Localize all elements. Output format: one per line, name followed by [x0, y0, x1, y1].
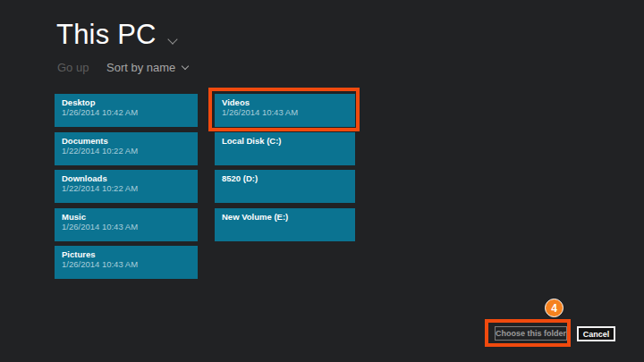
- sort-by-dropdown[interactable]: Sort by name: [106, 61, 188, 74]
- step-number-badge: 4: [545, 299, 564, 317]
- tile-name: New Volume (E:): [222, 212, 355, 222]
- go-up-button[interactable]: Go up: [57, 61, 89, 74]
- tile-column-1: Desktop 1/26/2014 10:42 AM Documents 1/2…: [55, 94, 198, 279]
- tile-name: Downloads: [62, 173, 198, 183]
- tile-date: 1/26/2014 10:42 AM: [62, 107, 198, 117]
- tile-date: 1/26/2014 10:43 AM: [62, 259, 198, 269]
- tile-name: Desktop: [62, 97, 198, 107]
- tile-drive-d[interactable]: 8520 (D:): [215, 170, 355, 203]
- tile-desktop[interactable]: Desktop 1/26/2014 10:42 AM: [55, 94, 198, 127]
- file-picker-window: This PC Go up Sort by name Desktop 1/26/…: [0, 0, 644, 362]
- tile-local-disk-c[interactable]: Local Disk (C:): [215, 132, 355, 165]
- tile-new-volume-e[interactable]: New Volume (E:): [215, 208, 355, 241]
- highlight-box-choose-folder: [485, 319, 571, 347]
- tile-date: 1/26/2014 10:43 AM: [62, 222, 198, 232]
- tile-name: Music: [62, 212, 198, 222]
- tile-documents[interactable]: Documents 1/22/2014 10:22 AM: [55, 132, 198, 165]
- page-title: This PC: [56, 20, 157, 50]
- tile-name: Pictures: [62, 249, 198, 259]
- location-header[interactable]: This PC: [56, 20, 176, 50]
- tile-name: Local Disk (C:): [222, 136, 355, 146]
- chevron-down-icon: [169, 30, 176, 46]
- tile-pictures[interactable]: Pictures 1/26/2014 10:43 AM: [55, 246, 198, 279]
- highlight-box-videos: [208, 88, 360, 131]
- sort-by-label: Sort by name: [106, 61, 175, 74]
- tile-date: 1/22/2014 10:22 AM: [62, 183, 198, 193]
- tile-music[interactable]: Music 1/26/2014 10:43 AM: [55, 208, 198, 241]
- tile-downloads[interactable]: Downloads 1/22/2014 10:22 AM: [55, 170, 198, 203]
- tile-date: 1/22/2014 10:22 AM: [62, 146, 198, 156]
- tile-name: 8520 (D:): [222, 173, 355, 183]
- chevron-down-icon: [182, 63, 189, 70]
- tile-name: Documents: [62, 136, 198, 146]
- cancel-button[interactable]: Cancel: [577, 326, 615, 341]
